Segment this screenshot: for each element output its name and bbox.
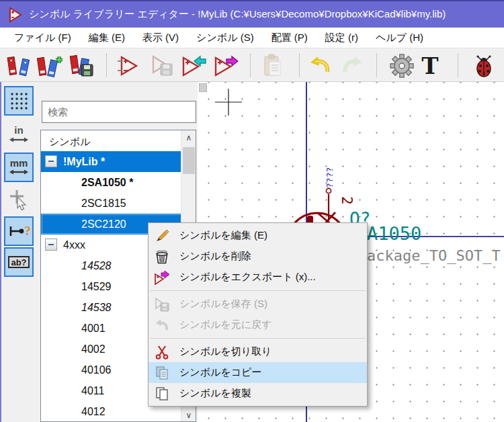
save-symbol-button[interactable] (149, 52, 175, 80)
import-symbol-icon (179, 54, 206, 78)
menu-item-edit-symbol[interactable]: シンボルを編集 (E) (149, 225, 367, 246)
symbol-library-editor-window: シンボル ライブラリー エディター - !MyLib (C:¥Users¥Dec… (0, 0, 504, 422)
toolbar-separator (376, 53, 377, 77)
show-hidden-pins-button[interactable]: ? (4, 216, 34, 246)
units-inch-icon: in (8, 124, 30, 146)
menu-edit[interactable]: 編集 (E) (80, 28, 134, 48)
menu-item-save-symbol[interactable]: シンボルを保存 (S) (149, 294, 367, 314)
export-symbol-button[interactable] (212, 52, 239, 80)
menu-item-revert-symbol[interactable]: シンボルを元に戻す (149, 314, 367, 335)
text-properties-button[interactable]: T (417, 52, 444, 80)
copy-icon (152, 366, 172, 380)
menubar: ファイル (F) 編集 (E) 表示 (V) シンボル (S) 配置 (P) 設… (0, 28, 504, 48)
import-symbol-button[interactable] (179, 52, 206, 80)
duplicate-icon (152, 386, 172, 401)
scroll-down-icon[interactable]: ∨ (181, 408, 196, 422)
toolbar-separator (299, 53, 300, 77)
erc-check-button[interactable] (470, 52, 497, 80)
export-symbol-icon (152, 270, 172, 285)
units-mm-icon: mm (8, 157, 30, 178)
svg-text:ab?: ab? (11, 257, 26, 267)
save-library-icon (69, 54, 95, 78)
edit-pencil-icon (152, 228, 172, 243)
pin-number-label: 2 (339, 196, 355, 205)
footprint-label: ackage_TO_SOT_T (367, 247, 501, 264)
cursor-shape-button[interactable] (4, 185, 34, 214)
context-menu: シンボルを編集 (E) シンボルを削除 (148, 222, 368, 407)
menu-item-copy-symbol[interactable]: シンボルをコピー (149, 362, 367, 383)
select-library-icon (7, 54, 31, 77)
new-library-icon (36, 54, 63, 78)
menu-item-duplicate-symbol[interactable]: シンボルを複製 (149, 383, 367, 404)
units-inch-button[interactable]: in (4, 120, 34, 150)
menu-help[interactable]: ヘルプ (H) (367, 28, 432, 48)
select-library-button[interactable] (5, 52, 32, 80)
menu-preferences[interactable]: 設定 (r) (317, 28, 367, 48)
menu-symbol[interactable]: シンボル (S) (187, 28, 263, 48)
scrollbar-thumb[interactable] (183, 147, 195, 174)
redo-icon (340, 54, 364, 77)
menu-file[interactable]: ファイル (F) (5, 28, 80, 48)
collapse-box-icon[interactable] (45, 155, 57, 167)
toolbar-separator (106, 53, 107, 77)
tree-header: シンボル (41, 130, 196, 151)
svg-text:mm: mm (10, 157, 28, 169)
titlebar[interactable]: シンボル ライブラリー エディター - !MyLib (C:¥Users¥Dec… (0, 0, 504, 28)
search-input[interactable] (42, 101, 196, 123)
hidden-pins-icon: ? (8, 220, 30, 242)
grid-toggle-button[interactable] (4, 86, 34, 116)
menu-item-delete-symbol[interactable]: シンボルを削除 (149, 246, 367, 267)
undo-icon (308, 54, 333, 77)
grid-dots-icon (9, 91, 29, 111)
erc-bug-icon (472, 54, 495, 78)
window-title: シンボル ライブラリー エディター - !MyLib (C:¥Users¥Dec… (29, 8, 446, 21)
new-symbol-button[interactable] (114, 52, 141, 80)
paste-button[interactable] (259, 52, 286, 80)
pin-electric-type-icon: ab? (7, 252, 30, 272)
crosshair-cursor (215, 89, 242, 116)
collapse-box-icon[interactable] (45, 239, 57, 251)
cursor-shape-icon (8, 189, 30, 210)
text-properties-icon: T (419, 54, 442, 78)
menu-view[interactable]: 表示 (V) (134, 28, 187, 48)
cut-scissors-icon (152, 345, 172, 360)
menu-item-export-symbol[interactable]: シンボルをエクスポート (x)... (149, 267, 367, 288)
tree-row-mylib[interactable]: !MyLib * (41, 151, 196, 172)
revert-undo-icon (152, 318, 172, 333)
settings-button[interactable] (388, 52, 415, 80)
new-library-button[interactable] (36, 52, 63, 80)
export-symbol-icon (212, 54, 239, 78)
menu-separator (150, 290, 366, 291)
tree-row[interactable]: 2SC1815 (41, 193, 196, 214)
menu-item-cut-symbol[interactable]: シンボルを切り取り (149, 341, 367, 362)
save-symbol-icon (150, 54, 174, 77)
main-toolbar: T (0, 48, 504, 82)
left-toolbar: in mm (0, 82, 38, 422)
paste-icon (261, 54, 284, 78)
scroll-up-icon[interactable]: ∧ (181, 130, 196, 145)
svg-text:?: ? (24, 224, 30, 238)
undo-button[interactable] (307, 52, 334, 80)
settings-gear-icon (389, 53, 415, 79)
svg-text:in: in (14, 124, 23, 136)
delete-trash-icon (152, 249, 172, 264)
toolbar-separator (250, 53, 251, 77)
value-label: A1050 (367, 223, 421, 244)
save-library-button[interactable] (69, 52, 95, 80)
pin-name-label: ???? (325, 167, 335, 188)
save-symbol-icon (152, 297, 172, 312)
pin-name-display-button[interactable]: ab? (4, 247, 34, 277)
units-mm-button[interactable]: mm (4, 153, 34, 182)
toolbar-separator (458, 53, 458, 77)
menu-separator (150, 338, 366, 339)
svg-text:T: T (421, 54, 438, 78)
redo-button[interactable] (339, 52, 366, 80)
app-opamp-icon (7, 7, 23, 23)
menu-place[interactable]: 配置 (P) (263, 28, 317, 48)
new-symbol-icon (116, 54, 139, 77)
tree-row[interactable]: 2SA1050 * (41, 172, 196, 193)
